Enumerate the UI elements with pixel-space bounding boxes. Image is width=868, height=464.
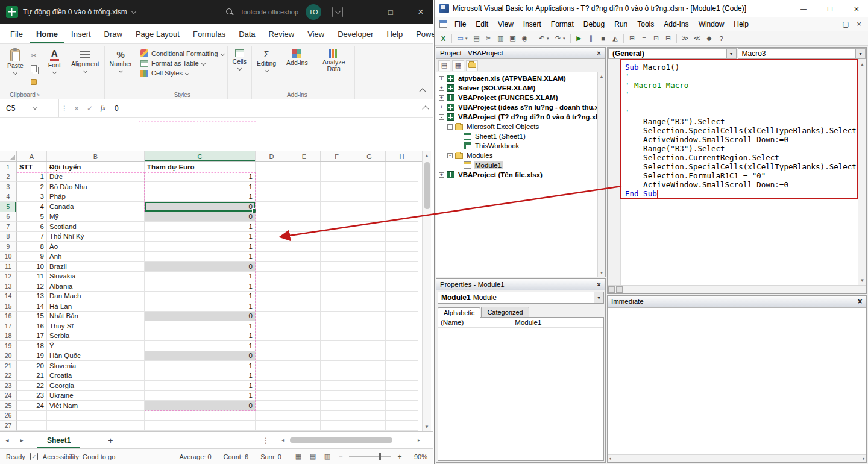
scroll-down-icon[interactable]: ▼ bbox=[423, 422, 432, 431]
previous-sheet-icon[interactable]: ◂ bbox=[0, 437, 14, 444]
cell-g23[interactable] bbox=[353, 381, 386, 391]
object-dropdown-icon[interactable] bbox=[726, 49, 736, 58]
select-all-corner[interactable] bbox=[0, 151, 17, 161]
vertical-scrollbar[interactable]: ▲ ▼ bbox=[422, 151, 431, 431]
cell-f13[interactable] bbox=[321, 281, 353, 292]
procedure-dropdown[interactable]: Macro3 bbox=[738, 48, 866, 59]
row-header-23[interactable]: 23 bbox=[0, 381, 17, 391]
cell-f24[interactable] bbox=[321, 391, 353, 401]
cell-h14[interactable] bbox=[386, 292, 418, 302]
cell-g8[interactable] bbox=[353, 232, 386, 242]
cell-d21[interactable] bbox=[256, 361, 288, 371]
cell-h9[interactable] bbox=[386, 242, 418, 252]
cell-a9[interactable]: 8 bbox=[17, 242, 47, 252]
cell-f18[interactable] bbox=[321, 331, 353, 342]
project-scroll-down-icon[interactable]: ▼ bbox=[598, 269, 606, 277]
row-header-20[interactable]: 20 bbox=[0, 351, 17, 362]
close-button[interactable] bbox=[408, 0, 433, 24]
cell-a24[interactable]: 23 bbox=[17, 391, 47, 401]
cell-d7[interactable] bbox=[256, 222, 288, 232]
cell-h3[interactable] bbox=[386, 182, 418, 192]
cell-a18[interactable]: 17 bbox=[17, 331, 47, 342]
cell-c14[interactable]: 1 bbox=[145, 292, 256, 302]
cell-g9[interactable] bbox=[353, 242, 386, 252]
cell-a3[interactable]: 2 bbox=[17, 182, 47, 192]
cell-e13[interactable] bbox=[288, 281, 321, 292]
cell-e12[interactable] bbox=[288, 272, 321, 282]
cell-c23[interactable]: 1 bbox=[145, 381, 256, 391]
cell-e23[interactable] bbox=[288, 381, 321, 391]
project-scroll-up-icon[interactable]: ▲ bbox=[598, 72, 606, 80]
code-area[interactable]: Sub Macro1()'' Macro1 Macro' ' Range("B3… bbox=[621, 60, 866, 285]
cell-a12[interactable]: 11 bbox=[17, 272, 47, 282]
cell-b17[interactable]: Thuy Sĩ bbox=[47, 321, 145, 331]
view-object-icon[interactable] bbox=[452, 60, 464, 71]
sheet-bar-splitter[interactable] bbox=[262, 436, 269, 445]
cell-e27[interactable] bbox=[288, 421, 321, 431]
cell-b7[interactable]: Scotland bbox=[47, 222, 145, 232]
cell-d26[interactable] bbox=[256, 411, 288, 421]
tree-expander-icon[interactable]: + bbox=[439, 95, 444, 101]
tree-item-vbaproject-ideas-s-n-lu-ng-doanh-thu-xlsx[interactable]: +VBAProject (ideas s?n lu?ng - doanh thu… bbox=[436, 102, 597, 112]
tree-expander-icon[interactable]: + bbox=[439, 172, 444, 178]
cell-h25[interactable] bbox=[386, 401, 418, 411]
cell-f22[interactable] bbox=[321, 371, 353, 381]
view-code-icon[interactable] bbox=[438, 60, 450, 71]
cell-h5[interactable] bbox=[386, 202, 418, 212]
cell-a10[interactable]: 9 bbox=[17, 252, 47, 262]
cell-styles-button[interactable]: Cell Styles bbox=[140, 69, 224, 77]
menu-run[interactable]: Run bbox=[609, 17, 632, 31]
column-header-h[interactable]: H bbox=[386, 151, 418, 161]
cell-f12[interactable] bbox=[321, 272, 353, 282]
cell-g17[interactable] bbox=[353, 321, 386, 331]
project-panel-close-icon[interactable] bbox=[594, 49, 603, 58]
cell-g14[interactable] bbox=[353, 292, 386, 302]
formula-input[interactable]: 0 bbox=[110, 99, 418, 117]
row-header-17[interactable]: 17 bbox=[0, 321, 17, 331]
row-header-3[interactable]: 3 bbox=[0, 182, 17, 192]
ribbon-tab-page-layout[interactable]: Page Layout bbox=[129, 24, 186, 43]
cell-h20[interactable] bbox=[386, 351, 418, 362]
font-button[interactable]: Font bbox=[45, 47, 64, 76]
cell-b26[interactable] bbox=[47, 411, 145, 421]
cell-d23[interactable] bbox=[256, 381, 288, 391]
menu-window[interactable]: Window bbox=[694, 17, 729, 31]
cell-f7[interactable] bbox=[321, 222, 353, 232]
cell-c21[interactable]: 1 bbox=[145, 361, 256, 371]
cell-a5[interactable]: 4 bbox=[17, 202, 47, 212]
cell-a14[interactable]: 13 bbox=[17, 292, 47, 302]
cell-b21[interactable]: Slovenia bbox=[47, 361, 145, 371]
cancel-entry-icon[interactable] bbox=[70, 99, 83, 117]
tree-item-modules[interactable]: -Modules bbox=[436, 151, 597, 160]
ribbon-tab-home[interactable]: Home bbox=[30, 24, 64, 43]
object-browser-icon[interactable]: ⊡ bbox=[650, 33, 662, 44]
cell-e10[interactable] bbox=[288, 252, 321, 262]
cell-g4[interactable] bbox=[353, 192, 386, 202]
format-as-table-button[interactable]: Format as Table bbox=[140, 60, 224, 67]
column-header-d[interactable]: D bbox=[256, 151, 288, 161]
format-painter-button[interactable] bbox=[28, 77, 40, 87]
tab-alphabetic[interactable]: Alphabetic bbox=[438, 307, 480, 318]
cell-f20[interactable] bbox=[321, 351, 353, 362]
cell-b8[interactable]: Thổ Nhĩ Kỳ bbox=[47, 232, 145, 242]
cell-b19[interactable]: Ý bbox=[47, 341, 145, 351]
menu-format[interactable]: Format bbox=[546, 17, 579, 31]
cell-g12[interactable] bbox=[353, 272, 386, 282]
row-header-24[interactable]: 24 bbox=[0, 391, 17, 401]
cell-e26[interactable] bbox=[288, 411, 321, 421]
cell-d2[interactable] bbox=[256, 172, 288, 183]
cell-d3[interactable] bbox=[256, 182, 288, 192]
toolbox-icon[interactable]: ⊟ bbox=[662, 33, 674, 44]
cell-g13[interactable] bbox=[353, 281, 386, 292]
next-sheet-icon[interactable]: ▸ bbox=[14, 437, 29, 444]
properties-window-icon[interactable]: ≡ bbox=[638, 33, 650, 44]
cell-a16[interactable]: 15 bbox=[17, 312, 47, 322]
row-header-9[interactable]: 9 bbox=[0, 242, 17, 252]
cell-g3[interactable] bbox=[353, 182, 386, 192]
cell-f3[interactable] bbox=[321, 182, 353, 192]
row-header-5[interactable]: 5 bbox=[0, 202, 17, 212]
row-header-14[interactable]: 14 bbox=[0, 292, 17, 302]
cell-f27[interactable] bbox=[321, 421, 353, 431]
cell-h12[interactable] bbox=[386, 272, 418, 282]
property-value[interactable]: Module1 bbox=[512, 318, 603, 327]
